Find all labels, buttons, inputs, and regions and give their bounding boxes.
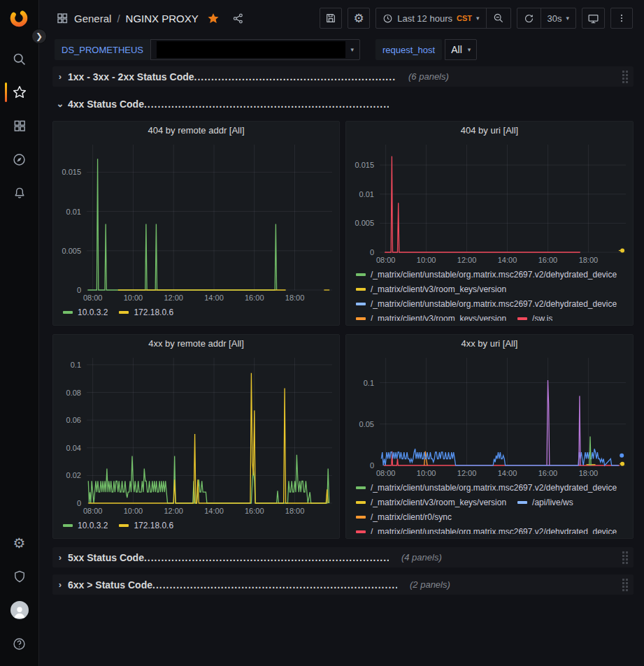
chevron-down-icon: ⌄ [52, 99, 68, 109]
row-drag-handle[interactable] [622, 551, 628, 564]
time-range-button[interactable]: Last 12 hours CST ▾ [376, 8, 485, 28]
kebab-menu-button[interactable] [610, 8, 633, 29]
refresh-button[interactable] [517, 8, 541, 28]
legend-label: /_matrix/client/unstable/org.matrix.msc2… [371, 270, 617, 280]
row-header-4xx[interactable]: ⌄ 4xx Status Code ......................… [52, 94, 634, 114]
panel-title[interactable]: 404 by remote addr [All] [53, 122, 339, 139]
legend-item[interactable]: /_matrix/client/r0/sync [356, 510, 452, 523]
svg-text:0: 0 [370, 248, 374, 256]
clock-icon [382, 13, 393, 24]
sidebar-expand-button[interactable]: ❯ [31, 29, 47, 44]
chevron-right-icon: › [52, 579, 68, 590]
sidebar-item-search[interactable] [0, 42, 38, 75]
row-header-1xx-3xx-2xx[interactable]: › 1xx - 3xx - 2xx Status Code ..........… [52, 66, 634, 87]
row-title: 6xx > Status Code [68, 579, 152, 591]
legend-swatch [356, 486, 366, 489]
svg-text:18:00: 18:00 [285, 294, 305, 302]
apps-grid-icon [13, 119, 27, 133]
legend-item[interactable]: /_matrix/client/unstable/org.matrix.msc2… [356, 481, 617, 494]
dashboard-header: General / NGINX PROXY ⚙ [39, 0, 644, 36]
panel-title[interactable]: 4xx by uri [All] [346, 335, 633, 352]
legend-item[interactable]: /_matrix/client/unstable/org.matrix.msc2… [356, 297, 617, 310]
panel-legend: 10.0.3.2172.18.0.6 [53, 304, 339, 319]
svg-text:0: 0 [77, 286, 81, 294]
chevron-down-icon: ▾ [468, 46, 471, 53]
svg-text:16:00: 16:00 [538, 256, 558, 264]
legend-swatch [119, 524, 129, 527]
zoom-out-icon [493, 13, 504, 24]
panel-404-by-uri: 404 by uri [All] 08:0010:0012:0014:0016:… [345, 121, 634, 326]
svg-text:10:00: 10:00 [124, 507, 143, 515]
breadcrumb-dashboard-title[interactable]: NGINX PROXY [126, 13, 199, 24]
legend-item[interactable]: 10.0.3.2 [63, 519, 108, 532]
timezone-label: CST [457, 14, 472, 22]
save-dashboard-button[interactable] [320, 8, 342, 29]
datasource-select[interactable]: ▾ [150, 39, 360, 60]
legend-item[interactable]: /_matrix/client/unstable/org.matrix.msc2… [356, 268, 617, 281]
legend-label: /_matrix/client/unstable/org.matrix.msc2… [371, 483, 617, 493]
row-header-5xx[interactable]: › 5xx Status Code ......................… [52, 547, 634, 567]
row-header-6xx[interactable]: › 6xx > Status Code ....................… [52, 574, 634, 595]
svg-text:0.01: 0.01 [66, 208, 81, 216]
compass-icon [12, 152, 27, 167]
legend-item[interactable]: /_matrix/client/v3/room_keys/version [356, 495, 506, 509]
legend-item[interactable]: 10.0.3.2 [63, 305, 108, 319]
chart-4xx-by-remote-addr[interactable]: 08:0010:0012:0014:0016:0018:0000.020.040… [53, 352, 339, 517]
grafana-logo-icon[interactable] [9, 8, 29, 28]
sidebar-item-alerting[interactable] [0, 176, 38, 210]
sidebar-item-dashboards[interactable] [0, 109, 38, 143]
legend-item[interactable]: /_matrix/client/v3/room_keys/version [356, 312, 506, 321]
sidebar-item-server-admin[interactable] [0, 560, 38, 593]
panel-4xx-by-remote-addr: 4xx by remote addr [All] 08:0010:0012:00… [52, 334, 340, 539]
request-host-variable-label[interactable]: request_host [375, 39, 442, 60]
star-filled-icon[interactable] [207, 12, 220, 24]
svg-text:14:00: 14:00 [204, 294, 224, 302]
request-host-value: All [451, 44, 462, 55]
legend-item[interactable]: /_matrix/client/unstable/org.matrix.msc2… [356, 525, 617, 534]
panel-title[interactable]: 4xx by remote addr [All] [53, 335, 339, 352]
legend-item[interactable]: /api/live/ws [517, 495, 573, 509]
save-icon [325, 13, 336, 24]
chart-404-by-uri[interactable]: 08:0010:0012:0014:0016:0018:0000.0050.01… [346, 139, 633, 266]
sidebar-item-help[interactable] [0, 627, 38, 660]
row-title-dots: ........................................… [194, 71, 396, 82]
main-area: General / NGINX PROXY ⚙ [39, 0, 644, 666]
search-icon [12, 52, 27, 66]
panel-legend: /_matrix/client/unstable/org.matrix.msc2… [346, 266, 633, 321]
row-drag-handle[interactable] [622, 71, 628, 83]
share-icon[interactable] [232, 13, 244, 24]
dashboard-settings-button[interactable]: ⚙ [348, 8, 370, 29]
legend-label: /api/live/ws [532, 498, 573, 507]
svg-text:0.05: 0.05 [359, 420, 374, 428]
legend-swatch [356, 501, 366, 504]
datasource-variable-label[interactable]: DS_PROMETHEUS [55, 39, 150, 60]
panel-legend: /_matrix/client/unstable/org.matrix.msc2… [346, 479, 633, 534]
chevron-down-icon: ▾ [476, 15, 480, 22]
svg-text:18:00: 18:00 [579, 469, 599, 477]
legend-item[interactable]: /_matrix/client/v3/room_keys/version [356, 282, 506, 296]
legend-item[interactable]: /sw.js [517, 312, 552, 321]
zoom-out-time-button[interactable] [487, 8, 510, 28]
svg-text:0.08: 0.08 [66, 389, 81, 397]
panel-grid: 404 by remote addr [All] 08:0010:0012:00… [52, 121, 634, 539]
request-host-select[interactable]: All ▾ [445, 39, 477, 60]
svg-text:10:00: 10:00 [124, 294, 143, 302]
refresh-interval-select[interactable]: 30s ▾ [541, 8, 576, 28]
sidebar-item-starred[interactable] [0, 75, 38, 109]
legend-item[interactable]: 172.18.0.6 [119, 305, 173, 319]
sidebar-item-profile[interactable] [0, 593, 38, 627]
panel-title[interactable]: 404 by uri [All] [346, 122, 633, 139]
legend-item[interactable]: 172.18.0.6 [119, 519, 173, 532]
row-drag-handle[interactable] [622, 579, 628, 591]
svg-text:0.04: 0.04 [66, 444, 81, 452]
avatar [10, 601, 29, 619]
tv-mode-button[interactable] [582, 8, 605, 29]
breadcrumb-section[interactable]: General [74, 13, 111, 24]
sidebar-item-configuration[interactable]: ⚙ [0, 526, 38, 560]
svg-text:0.015: 0.015 [355, 161, 374, 169]
svg-text:0: 0 [77, 499, 81, 507]
svg-text:0.06: 0.06 [66, 416, 81, 424]
sidebar-item-explore[interactable] [0, 143, 38, 176]
chart-4xx-by-uri[interactable]: 08:0010:0012:0014:0016:0018:0000.050.1 [346, 352, 633, 479]
chart-404-by-remote-addr[interactable]: 08:0010:0012:0014:0016:0018:0000.0050.01… [53, 139, 339, 304]
